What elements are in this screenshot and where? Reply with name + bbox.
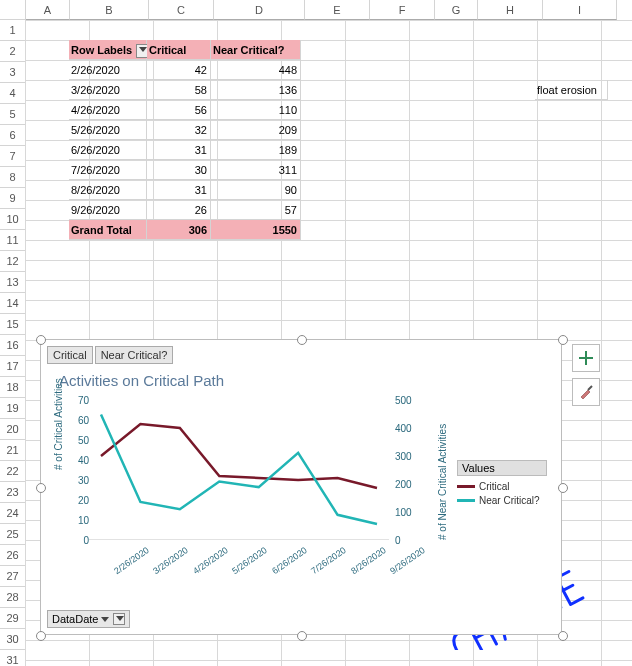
resize-handle-se[interactable] — [558, 631, 568, 641]
col-header-E[interactable]: E — [305, 0, 370, 20]
row-header-13[interactable]: 13 — [0, 272, 26, 293]
col-header-I[interactable]: I — [543, 0, 617, 20]
pivot-date-1[interactable]: 3/26/2020 — [69, 80, 147, 100]
row-header-15[interactable]: 15 — [0, 314, 26, 335]
row-header-17[interactable]: 17 — [0, 356, 26, 377]
resize-handle-sw[interactable] — [36, 631, 46, 641]
col-header-B[interactable]: B — [70, 0, 149, 20]
ytick-left: 60 — [78, 415, 89, 426]
pivot-date-5[interactable]: 7/26/2020 — [69, 160, 147, 180]
column-header-row: A B C D E F G H I — [0, 0, 632, 20]
row-header-2[interactable]: 2 — [0, 41, 26, 62]
pivot-header-critical[interactable]: Critical — [147, 40, 211, 60]
pivot-critical-6[interactable]: 31 — [147, 180, 211, 200]
pivot-date-0[interactable]: 2/26/2020 — [69, 60, 147, 80]
row-header-16[interactable]: 16 — [0, 335, 26, 356]
pivot-critical-7[interactable]: 26 — [147, 200, 211, 220]
pivot-date-7[interactable]: 9/26/2020 — [69, 200, 147, 220]
pivot-near-6[interactable]: 90 — [211, 180, 301, 200]
row-header-1[interactable]: 1 — [0, 20, 26, 41]
row-header-5[interactable]: 5 — [0, 104, 26, 125]
col-header-D[interactable]: D — [214, 0, 305, 20]
xtick: 7/26/2020 — [309, 545, 348, 576]
row-header-30[interactable]: 30 — [0, 629, 26, 650]
select-all-corner[interactable] — [0, 0, 26, 20]
pivot-near-3[interactable]: 209 — [211, 120, 301, 140]
row-header-19[interactable]: 19 — [0, 398, 26, 419]
resize-handle-e[interactable] — [558, 483, 568, 493]
row-header-24[interactable]: 24 — [0, 503, 26, 524]
chart-object[interactable]: Critical Near Critical? Activities on Cr… — [40, 339, 562, 635]
row-header-25[interactable]: 25 — [0, 524, 26, 545]
row-header-4[interactable]: 4 — [0, 83, 26, 104]
pivot-header-near[interactable]: Near Critical? — [211, 40, 301, 60]
pivot-critical-0[interactable]: 42 — [147, 60, 211, 80]
pivot-header-rowlabels[interactable]: Row Labels — [69, 40, 147, 60]
legend-item-critical[interactable]: Critical — [457, 481, 547, 492]
row-header-26[interactable]: 26 — [0, 545, 26, 566]
xtick: 3/26/2020 — [152, 545, 191, 576]
pivot-near-4[interactable]: 189 — [211, 140, 301, 160]
col-header-A[interactable]: A — [26, 0, 70, 20]
pivot-critical-5[interactable]: 30 — [147, 160, 211, 180]
pivot-date-3[interactable]: 5/26/2020 — [69, 120, 147, 140]
xtick: 4/26/2020 — [191, 545, 230, 576]
pivot-critical-3[interactable]: 32 — [147, 120, 211, 140]
row-header-20[interactable]: 20 — [0, 419, 26, 440]
pivot-date-4[interactable]: 6/26/2020 — [69, 140, 147, 160]
pivot-total-label[interactable]: Grand Total — [69, 220, 147, 240]
pivot-near-0[interactable]: 448 — [211, 60, 301, 80]
ytick-left: 50 — [78, 435, 89, 446]
resize-handle-w[interactable] — [36, 483, 46, 493]
stray-float-erosion[interactable]: float erosion — [535, 80, 608, 100]
pivot-near-7[interactable]: 57 — [211, 200, 301, 220]
series-critical[interactable] — [101, 424, 377, 488]
col-header-F[interactable]: F — [370, 0, 435, 20]
row-header-22[interactable]: 22 — [0, 461, 26, 482]
chart-slicer-datadate[interactable]: DataDate — [47, 610, 130, 628]
resize-handle-ne[interactable] — [558, 335, 568, 345]
pivot-total-near[interactable]: 1550 — [211, 220, 301, 240]
pivot-near-2[interactable]: 110 — [211, 100, 301, 120]
chart-elements-button[interactable] — [572, 344, 600, 372]
row-header-12[interactable]: 12 — [0, 251, 26, 272]
pivot-date-2[interactable]: 4/26/2020 — [69, 100, 147, 120]
row-header-14[interactable]: 14 — [0, 293, 26, 314]
row-header-9[interactable]: 9 — [0, 188, 26, 209]
row-header-11[interactable]: 11 — [0, 230, 26, 251]
y-axis-left-label: # of Critical Activities — [53, 378, 64, 470]
pivot-critical-1[interactable]: 58 — [147, 80, 211, 100]
row-header-27[interactable]: 27 — [0, 566, 26, 587]
col-header-G[interactable]: G — [435, 0, 478, 20]
chart-field-btn-near[interactable]: Near Critical? — [95, 346, 174, 364]
col-header-C[interactable]: C — [149, 0, 214, 20]
resize-handle-nw[interactable] — [36, 335, 46, 345]
pivot-near-1[interactable]: 136 — [211, 80, 301, 100]
pivot-critical-4[interactable]: 31 — [147, 140, 211, 160]
plot-area[interactable] — [89, 400, 389, 540]
row-header-31[interactable]: 31 — [0, 650, 26, 666]
row-header-18[interactable]: 18 — [0, 377, 26, 398]
row-header-28[interactable]: 28 — [0, 587, 26, 608]
row-header-29[interactable]: 29 — [0, 608, 26, 629]
chart-styles-button[interactable] — [572, 378, 600, 406]
chart-field-btn-critical[interactable]: Critical — [47, 346, 93, 364]
row-header-8[interactable]: 8 — [0, 167, 26, 188]
pivot-critical-2[interactable]: 56 — [147, 100, 211, 120]
row-header-21[interactable]: 21 — [0, 440, 26, 461]
pivot-date-6[interactable]: 8/26/2020 — [69, 180, 147, 200]
row-header-3[interactable]: 3 — [0, 62, 26, 83]
row-header-7[interactable]: 7 — [0, 146, 26, 167]
resize-handle-n[interactable] — [297, 335, 307, 345]
chart-title[interactable]: Activities on Critical Path — [59, 372, 224, 389]
legend-item-near[interactable]: Near Critical? — [457, 495, 547, 506]
col-header-H[interactable]: H — [478, 0, 543, 20]
pivot-total-critical[interactable]: 306 — [147, 220, 211, 240]
row-header-10[interactable]: 10 — [0, 209, 26, 230]
series-near-critical[interactable] — [101, 415, 377, 524]
resize-handle-s[interactable] — [297, 631, 307, 641]
row-header-23[interactable]: 23 — [0, 482, 26, 503]
chart-legend[interactable]: Values Critical Near Critical? — [457, 460, 547, 509]
pivot-near-5[interactable]: 311 — [211, 160, 301, 180]
row-header-6[interactable]: 6 — [0, 125, 26, 146]
